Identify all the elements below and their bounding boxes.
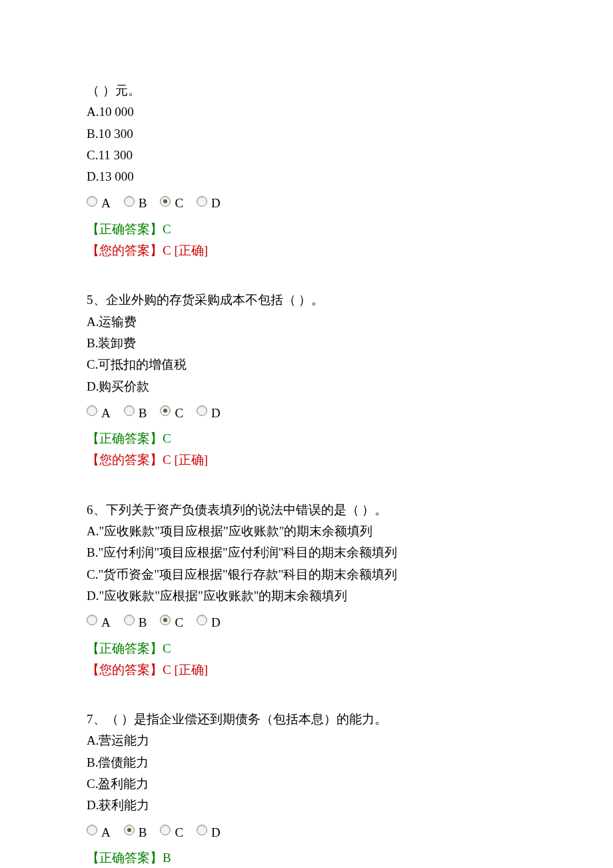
option-c: C."货币资金"项目应根据"银行存款"科目的期末余额填列: [87, 564, 526, 585]
your-answer-label: 【您的答案】: [87, 243, 163, 257]
radio-d-icon[interactable]: [197, 615, 207, 625]
correct-answer: 【正确答案】C: [87, 219, 526, 240]
radio-a-label: A: [101, 193, 111, 214]
question-5: 5、企业外购的存货采购成本不包括（ ）。 A.运输费 B.装卸费 C.可抵扣的增…: [87, 289, 526, 471]
option-a: A."应收账款"项目应根据"应收账款"的期末余额填列: [87, 521, 526, 542]
radio-b-label: B: [139, 403, 147, 424]
option-b: B.10 300: [87, 123, 526, 145]
radio-c-icon[interactable]: [160, 405, 171, 416]
option-c: C.盈利能力: [87, 773, 526, 795]
radio-c-label: C: [175, 403, 183, 424]
question-stem: 6、下列关于资产负债表填列的说法中错误的是（ ）。: [87, 499, 526, 521]
question-stem: 7、（ ）是指企业偿还到期债务（包括本息）的能力。: [87, 709, 526, 730]
radio-selected-dot-icon: [163, 618, 167, 622]
radio-c-icon[interactable]: [160, 196, 171, 207]
option-d: D.13 000: [87, 166, 526, 187]
option-b: B.偿债能力: [87, 752, 526, 773]
radio-d-label: D: [211, 193, 221, 214]
option-d: D.购买价款: [87, 376, 526, 397]
question-6: 6、下列关于资产负债表填列的说法中错误的是（ ）。 A."应收账款"项目应根据"…: [87, 499, 526, 681]
your-answer: 【您的答案】C [正确]: [87, 240, 526, 261]
option-a: A.10 000: [87, 101, 526, 123]
radio-b-icon[interactable]: [124, 405, 135, 416]
radio-a-label: A: [101, 822, 111, 843]
radio-d-label: D: [211, 822, 221, 843]
radio-group: A B C D: [87, 822, 526, 843]
correct-answer: 【正确答案】C: [87, 638, 526, 659]
question-stem: 5、企业外购的存货采购成本不包括（ ）。: [87, 289, 526, 311]
correct-answer: 【正确答案】B: [87, 847, 526, 868]
radio-selected-dot-icon: [127, 828, 131, 832]
radio-b-icon[interactable]: [124, 615, 135, 625]
radio-a-icon[interactable]: [87, 615, 97, 625]
your-answer-label: 【您的答案】: [87, 453, 163, 467]
correct-answer-label: 【正确答案】: [87, 851, 163, 865]
radio-a-icon[interactable]: [87, 405, 97, 416]
radio-a-icon[interactable]: [87, 196, 97, 207]
your-answer: 【您的答案】C [正确]: [87, 659, 526, 681]
question-4: （ ）元。 A.10 000 B.10 300 C.11 300 D.13 00…: [87, 80, 526, 261]
your-answer-value: C [正确]: [163, 453, 208, 467]
your-answer-value: C [正确]: [163, 243, 208, 257]
radio-selected-dot-icon: [163, 199, 167, 203]
exam-page: （ ）元。 A.10 000 B.10 300 C.11 300 D.13 00…: [0, 0, 613, 868]
radio-d-icon[interactable]: [197, 196, 207, 207]
radio-selected-dot-icon: [163, 409, 167, 413]
radio-d-label: D: [211, 403, 221, 424]
your-answer-value: C [正确]: [163, 663, 208, 677]
radio-b-label: B: [139, 822, 147, 843]
radio-a-label: A: [101, 612, 111, 633]
option-c: C.11 300: [87, 145, 526, 166]
option-b: B."应付利润"项目应根据"应付利润"科目的期末余额填列: [87, 542, 526, 563]
radio-b-label: B: [139, 612, 147, 633]
radio-d-label: D: [211, 612, 221, 633]
radio-d-icon[interactable]: [197, 405, 207, 416]
correct-answer-value: C: [163, 641, 171, 655]
radio-c-icon[interactable]: [160, 825, 171, 835]
radio-b-icon[interactable]: [124, 825, 135, 835]
correct-answer-value: C: [163, 222, 171, 236]
option-d: D.获利能力: [87, 795, 526, 816]
radio-a-label: A: [101, 403, 111, 424]
radio-group: A B C D: [87, 612, 526, 633]
radio-group: A B C D: [87, 193, 526, 214]
radio-d-icon[interactable]: [197, 825, 207, 835]
correct-answer-value: C: [163, 431, 171, 445]
your-answer: 【您的答案】C [正确]: [87, 449, 526, 471]
option-d: D."应收账款"应根据"应收账款"的期末余额填列: [87, 585, 526, 607]
radio-group: A B C D: [87, 403, 526, 424]
correct-answer-label: 【正确答案】: [87, 641, 163, 655]
option-c: C.可抵扣的增值税: [87, 354, 526, 375]
correct-answer-label: 【正确答案】: [87, 222, 163, 236]
option-a: A.营运能力: [87, 730, 526, 751]
radio-a-icon[interactable]: [87, 825, 97, 835]
correct-answer-value: B: [163, 851, 171, 865]
question-7: 7、（ ）是指企业偿还到期债务（包括本息）的能力。 A.营运能力 B.偿债能力 …: [87, 709, 526, 868]
option-b: B.装卸费: [87, 333, 526, 354]
radio-c-label: C: [175, 612, 183, 633]
radio-c-label: C: [175, 193, 183, 214]
correct-answer-label: 【正确答案】: [87, 431, 163, 445]
radio-c-label: C: [175, 822, 183, 843]
correct-answer: 【正确答案】C: [87, 428, 526, 449]
question-stem-partial: （ ）元。: [87, 80, 526, 101]
your-answer-label: 【您的答案】: [87, 663, 163, 677]
radio-b-icon[interactable]: [124, 196, 135, 207]
radio-b-label: B: [139, 193, 147, 214]
radio-c-icon[interactable]: [160, 615, 171, 625]
option-a: A.运输费: [87, 311, 526, 333]
